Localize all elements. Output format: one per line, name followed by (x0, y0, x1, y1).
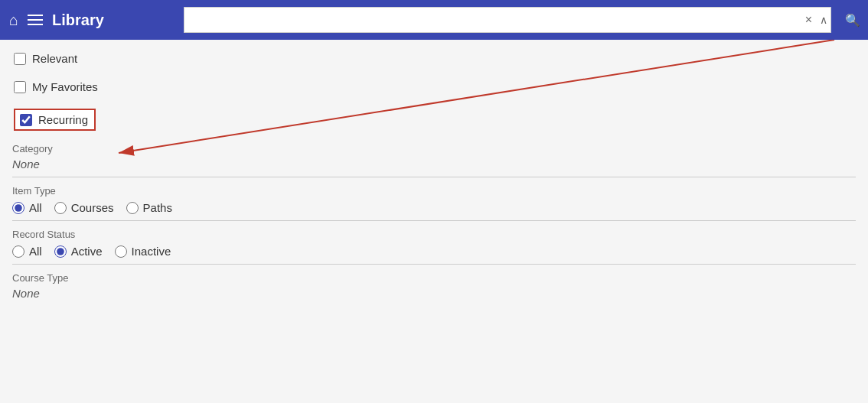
record-status-radio-group: All Active Inactive (12, 245, 856, 258)
my-favorites-checkbox[interactable] (14, 81, 26, 93)
item-type-paths: Paths (126, 201, 172, 214)
divider-1 (12, 177, 856, 177)
relevant-filter: Relevant (12, 49, 856, 68)
my-favorites-label[interactable]: My Favorites (32, 80, 98, 93)
header: ⌂ Library × ∧ 🔍 (0, 0, 868, 40)
relevant-label[interactable]: Relevant (32, 52, 77, 65)
item-type-radio-group: All Courses Paths (12, 201, 856, 214)
record-status-active-radio[interactable] (54, 245, 67, 258)
item-type-paths-label[interactable]: Paths (143, 201, 172, 214)
record-status-section: Record Status All Active Inactive (12, 229, 856, 258)
my-favorites-filter: My Favorites (12, 77, 856, 96)
record-status-all-radio[interactable] (12, 245, 24, 258)
search-button[interactable]: 🔍 (837, 7, 868, 33)
record-status-inactive: Inactive (115, 245, 171, 258)
divider-2 (12, 220, 856, 221)
item-type-paths-radio[interactable] (126, 202, 139, 214)
search-bar: × ∧ (184, 7, 831, 33)
page-title: Library (52, 11, 104, 29)
item-type-courses-label[interactable]: Courses (71, 201, 114, 214)
category-label: Category (12, 143, 856, 154)
divider-3 (12, 264, 856, 265)
search-up-button[interactable]: ∧ (817, 14, 830, 26)
recurring-filter: Recurring (12, 106, 856, 134)
category-value: None (12, 158, 856, 171)
menu-icon[interactable] (28, 15, 43, 25)
item-type-all-label[interactable]: All (29, 201, 42, 214)
course-type-label: Course Type (12, 272, 856, 284)
home-icon[interactable]: ⌂ (9, 11, 18, 29)
recurring-label[interactable]: Recurring (38, 113, 88, 126)
record-status-active-label[interactable]: Active (71, 245, 103, 258)
record-status-all: All (12, 245, 42, 258)
item-type-section: Item Type All Courses Paths (12, 185, 856, 214)
item-type-courses: Courses (54, 201, 114, 214)
item-type-label: Item Type (12, 185, 856, 197)
item-type-courses-radio[interactable] (54, 202, 67, 214)
record-status-inactive-label[interactable]: Inactive (132, 245, 171, 258)
record-status-active: Active (54, 245, 103, 258)
recurring-checkbox[interactable] (20, 114, 32, 126)
record-status-inactive-radio[interactable] (115, 245, 127, 258)
search-input[interactable] (184, 8, 801, 32)
item-type-all-radio[interactable] (12, 202, 24, 214)
category-section: Category None (12, 143, 856, 171)
record-status-label: Record Status (12, 229, 856, 240)
record-status-all-label[interactable]: All (29, 245, 42, 258)
filter-panel: Relevant My Favorites Recurring Category… (0, 40, 868, 403)
relevant-checkbox[interactable] (14, 53, 26, 65)
course-type-value: None (12, 287, 856, 300)
item-type-all: All (12, 201, 42, 214)
course-type-section: Course Type None (12, 272, 856, 300)
search-clear-button[interactable]: × (801, 13, 817, 27)
recurring-highlight-box: Recurring (14, 109, 96, 131)
